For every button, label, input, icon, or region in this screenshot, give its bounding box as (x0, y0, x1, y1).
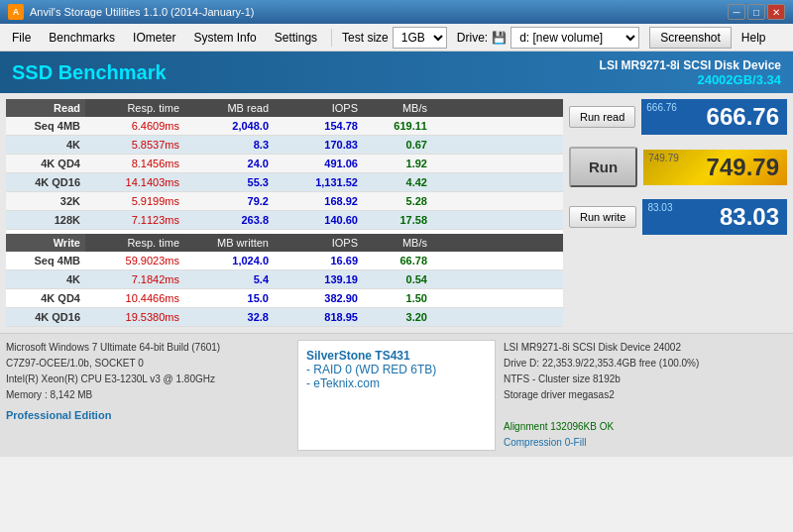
main-content: Read Resp. time MB read IOPS MB/s Seq 4M… (0, 93, 793, 333)
resp-time: 59.9023ms (85, 252, 184, 269)
sys-line-4: Memory : 8,142 MB (6, 387, 289, 403)
sys-line-3: Intel(R) Xeon(R) CPU E3-1230L v3 @ 1.80G… (6, 372, 289, 387)
bottom-bar: Microsoft Windows 7 Ultimate 64-bit Buil… (0, 333, 793, 457)
table-row: 4K QD4 10.4466ms 15.0 382.90 1.50 (6, 289, 563, 308)
promo-brand: SilverStone TS431 (306, 349, 487, 363)
dev-compression: Compression 0-Fill (504, 435, 787, 451)
pro-edition-label: Professional Edition (6, 407, 289, 425)
col-resp-time: Resp. time (85, 99, 184, 117)
dev-line4: Storage driver megasas2 (504, 387, 787, 403)
run-read-button[interactable]: Run read (569, 106, 635, 128)
read-score-row: Run read 666.76 666.76 (569, 99, 787, 135)
menu-sysinfo[interactable]: System Info (185, 28, 264, 48)
device-name: LSI MR9271-8i SCSI Disk Device (600, 58, 781, 72)
screenshot-button[interactable]: Screenshot (649, 27, 732, 49)
col-mbs: MB/s (363, 99, 432, 117)
title-bar: A Anvil's Storage Utilities 1.1.0 (2014-… (0, 0, 793, 24)
iops: 154.78 (274, 117, 363, 135)
window-controls[interactable]: ─ □ ✕ (728, 4, 785, 20)
read-score-label: 666.76 (646, 102, 677, 113)
device-info: LSI MR9271-8i SCSI Disk Device 24002GB/3… (600, 58, 781, 87)
row-label: 4K QD16 (6, 173, 85, 191)
mb-written: 32.8 (184, 308, 274, 326)
col-mb-written: MB written (184, 234, 274, 252)
row-label: 4K (6, 136, 85, 154)
row-label: 4K (6, 270, 85, 288)
run-score-label: 749.79 (648, 153, 679, 163)
table-row: 4K QD4 8.1456ms 24.0 491.06 1.92 (6, 155, 563, 173)
mbs: 619.11 (363, 117, 432, 135)
menu-settings[interactable]: Settings (267, 28, 325, 48)
resp-time: 14.1403ms (85, 173, 184, 191)
row-label: 4K QD4 (6, 155, 85, 172)
sys-line-2: C7Z97-OCEE/1.0b, SOCKET 0 (6, 356, 289, 372)
mb-read: 2,048.0 (184, 117, 274, 135)
promo-box: SilverStone TS431 - RAID 0 (WD RED 6TB) … (297, 340, 496, 451)
resp-time: 10.4466ms (85, 289, 184, 307)
resp-time: 7.1842ms (85, 270, 184, 288)
col-iops-w: IOPS (274, 234, 363, 252)
row-label: 4K QD4 (6, 289, 85, 307)
iops: 16.69 (274, 252, 363, 269)
menu-benchmarks[interactable]: Benchmarks (41, 28, 123, 48)
app-title: Anvil's Storage Utilities 1.1.0 (2014-Ja… (30, 6, 254, 18)
drive-label: Drive: (457, 31, 488, 45)
run-write-button[interactable]: Run write (569, 206, 636, 228)
mbs: 1.50 (363, 289, 432, 307)
menu-help[interactable]: Help (734, 28, 774, 48)
table-row: 4K QD16 14.1403ms 55.3 1,131.52 4.42 (6, 173, 563, 192)
mbs: 66.78 (363, 252, 432, 269)
iops: 491.06 (274, 155, 363, 172)
drive-select[interactable]: d: [new volume] (510, 27, 639, 49)
resp-time: 6.4609ms (85, 117, 184, 135)
read-table-header: Read Resp. time MB read IOPS MB/s (6, 99, 563, 117)
menu-iometer[interactable]: IOmeter (125, 28, 183, 48)
write-score-card: 83.03 83.03 (642, 199, 787, 235)
row-label: 4K QD16 (6, 308, 85, 326)
device-size: 24002GB/3.34 (600, 72, 781, 87)
sys-line-1: Microsoft Windows 7 Ultimate 64-bit Buil… (6, 340, 289, 356)
iops: 168.92 (274, 192, 363, 210)
resp-time: 5.8537ms (85, 136, 184, 154)
table-row: 4K QD16 19.5380ms 32.8 818.95 3.20 (6, 308, 563, 327)
read-score-card: 666.76 666.76 (641, 99, 787, 135)
resp-time: 8.1456ms (85, 155, 184, 172)
iops: 140.60 (274, 211, 363, 229)
maximize-button[interactable]: □ (747, 4, 765, 20)
run-button[interactable]: Run (569, 147, 637, 187)
col-write: Write (6, 234, 85, 252)
dev-alignment: Alignment 132096KB OK (504, 419, 787, 435)
menu-file[interactable]: File (4, 28, 39, 48)
mb-read: 263.8 (184, 211, 274, 229)
menu-bar: File Benchmarks IOmeter System Info Sett… (0, 24, 793, 52)
mbs: 5.28 (363, 192, 432, 210)
write-score-row: Run write 83.03 83.03 (569, 199, 787, 235)
mb-read: 55.3 (184, 173, 274, 191)
run-score-row: Run 749.79 749.79 (569, 147, 787, 187)
row-label: Seq 4MB (6, 252, 85, 269)
mb-read: 24.0 (184, 155, 274, 172)
promo-line2: - RAID 0 (WD RED 6TB) (306, 363, 487, 376)
minimize-button[interactable]: ─ (728, 4, 745, 20)
app-icon: A (8, 4, 24, 20)
test-size-select[interactable]: 1GB (393, 27, 447, 49)
promo-line3: - eTeknix.com (306, 376, 487, 390)
close-button[interactable]: ✕ (767, 4, 785, 20)
drive-group: Drive: 💾 d: [new volume] (457, 27, 639, 49)
mbs: 4.42 (363, 173, 432, 191)
header-bar: SSD Benchmark LSI MR9271-8i SCSI Disk De… (0, 52, 793, 93)
table-row: 128K 7.1123ms 263.8 140.60 17.58 (6, 211, 563, 230)
mbs: 0.54 (363, 270, 432, 288)
iops: 382.90 (274, 289, 363, 307)
table-row: 4K 7.1842ms 5.4 139.19 0.54 (6, 270, 563, 289)
col-iops: IOPS (274, 99, 363, 117)
mb-read: 79.2 (184, 192, 274, 210)
col-mb-read: MB read (184, 99, 274, 117)
test-size-group: Test size 1GB (342, 27, 447, 49)
iops: 139.19 (274, 270, 363, 288)
system-info: Microsoft Windows 7 Ultimate 64-bit Buil… (6, 340, 289, 451)
dev-line1: LSI MR9271-8i SCSI Disk Device 24002 (504, 340, 787, 356)
resp-time: 19.5380ms (85, 308, 184, 326)
dev-line5 (504, 403, 787, 419)
table-row: Seq 4MB 59.9023ms 1,024.0 16.69 66.78 (6, 252, 563, 270)
